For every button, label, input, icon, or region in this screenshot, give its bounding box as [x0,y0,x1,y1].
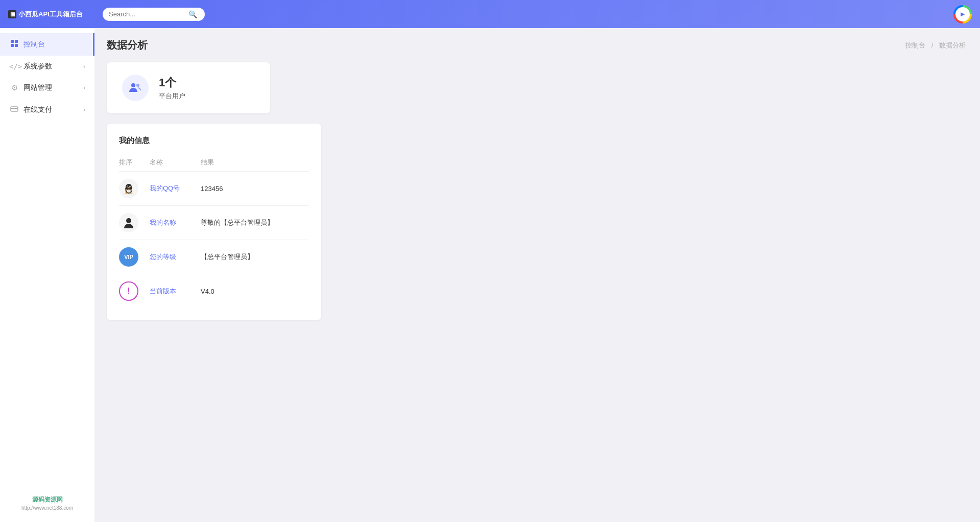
table-row: 我的QQ号 123456 [119,172,309,206]
sidebar-item-label: 系统参数 [23,62,79,71]
svg-point-7 [136,84,139,87]
sidebar-item-system-params[interactable]: </> 系统参数 › [0,56,94,77]
header: ▣ 小西瓜API工具箱后台 🔍 ▶ [0,0,980,28]
stats-label: 平台用户 [159,91,185,101]
name-link[interactable]: 我的名称 [150,219,176,226]
version-icon: ! [119,281,138,301]
stats-info: 1个 平台用户 [159,75,185,101]
stats-card: 1个 平台用户 [107,62,270,113]
chevron-right-icon: › [83,106,85,113]
qq-link[interactable]: 我的QQ号 [150,184,180,192]
watermark-line1: 源码资源网 [0,495,94,504]
name-value: 尊敬的【总平台管理员】 [201,219,274,226]
svg-point-13 [130,186,130,187]
level-link[interactable]: 您的等级 [150,253,176,260]
table-row: ! 当前版本 V4.0 [119,274,309,309]
sidebar-item-dashboard[interactable]: 控制台 [0,33,94,56]
table-row: VIP 您的等级 【总平台管理员】 [119,240,309,274]
avatar[interactable]: ▶ [953,5,972,23]
stats-count: 1个 [159,75,176,90]
chevron-right-icon: › [83,84,85,91]
svg-point-16 [125,189,127,191]
svg-point-9 [126,184,132,190]
watermark-line2: http://www.net188.com [0,504,94,512]
body: 控制台 </> 系统参数 › ⚙ 网站管理 › 在线支付 › 源码资源网 htt… [0,28,980,522]
vip-icon: VIP [119,247,138,267]
svg-point-15 [127,189,131,193]
svg-point-6 [131,83,135,87]
sidebar-item-online-payment[interactable]: 在线支付 › [0,99,94,121]
qq-icon [119,179,138,198]
search-icon[interactable]: 🔍 [188,10,197,18]
info-card: 我的信息 排序 名称 结果 [107,124,321,320]
sidebar-item-label: 控制台 [23,40,84,49]
page-title: 数据分析 [107,38,148,52]
col-header-name: 名称 [150,154,201,172]
col-header-order: 排序 [119,154,150,172]
sidebar-item-site-management[interactable]: ⚙ 网站管理 › [0,77,94,99]
info-card-title: 我的信息 [119,136,309,146]
site-management-icon: ⚙ [9,83,19,92]
level-value: 【总平台管理员】 [201,253,254,260]
table-row: 我的名称 尊敬的【总平台管理员】 [119,206,309,240]
qq-value: 123456 [201,185,223,193]
search-bar: 🔍 [103,8,205,21]
svg-rect-2 [11,44,14,47]
app-title: 小西瓜API工具箱后台 [18,10,83,19]
breadcrumb-home: 控制台 [905,41,925,49]
search-input[interactable] [109,10,185,18]
version-link[interactable]: 当前版本 [150,287,176,295]
svg-rect-0 [11,40,14,43]
sidebar: 控制台 </> 系统参数 › ⚙ 网站管理 › 在线支付 › 源码资源网 htt… [0,28,94,522]
breadcrumb: 控制台 / 数据分析 [903,41,968,50]
dashboard-icon [9,39,19,50]
breadcrumb-current: 数据分析 [939,41,966,49]
sidebar-item-label: 网站管理 [23,83,79,92]
chevron-right-icon: › [83,63,85,70]
sidebar-item-label: 在线支付 [23,105,79,114]
svg-point-20 [126,218,131,223]
version-value: V4.0 [201,288,214,295]
col-header-result: 结果 [201,154,309,172]
svg-point-17 [130,189,132,191]
app-logo: ▣ 小西瓜API工具箱后台 [8,10,103,19]
svg-point-18 [125,193,128,194]
logo-icon: ▣ [8,10,16,18]
breadcrumb-sep: / [931,41,934,49]
svg-point-14 [128,187,130,188]
svg-rect-5 [11,108,18,109]
svg-point-19 [130,193,133,194]
svg-rect-3 [15,44,18,47]
avatar-inner: ▶ [955,7,970,21]
sidebar-watermark: 源码资源网 http://www.net188.com [0,495,94,512]
main-content: 数据分析 控制台 / 数据分析 1个 平台用户 [94,28,980,522]
svg-rect-1 [15,40,18,43]
page-header: 数据分析 控制台 / 数据分析 [107,38,968,52]
info-table: 排序 名称 结果 [119,154,309,308]
stats-users-icon [122,75,149,101]
person-icon [119,213,138,232]
online-payment-icon [9,105,19,114]
svg-point-12 [127,186,128,187]
system-params-icon: </> [9,62,19,70]
